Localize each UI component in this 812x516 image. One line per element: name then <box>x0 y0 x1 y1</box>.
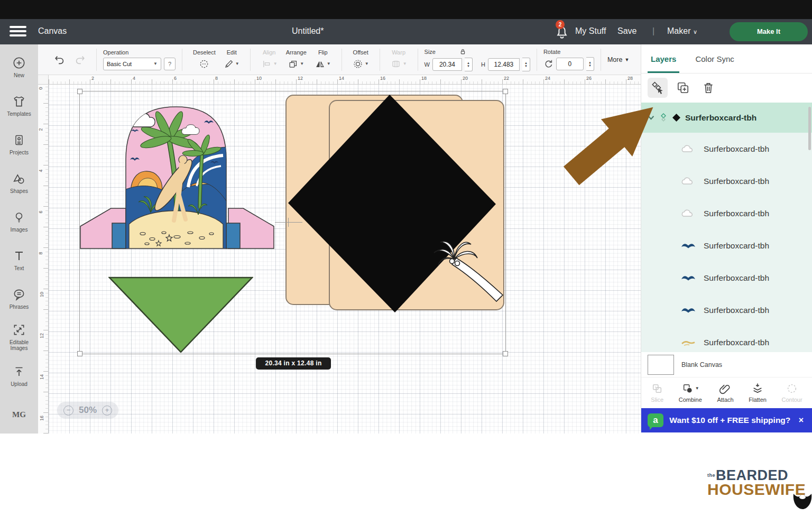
tab-color-sync[interactable]: Color Sync <box>695 44 734 73</box>
sidebar-item-upload[interactable]: Upload <box>0 356 38 395</box>
svg-text:MG: MG <box>12 410 26 419</box>
height-stepper[interactable]: ▲▼ <box>522 58 530 71</box>
layers-panel: Layers Color Sync <box>641 44 812 432</box>
bird-layer-icon <box>680 305 696 316</box>
offset-button[interactable]: Offset ▼ <box>348 49 373 70</box>
size-tooltip: 20.34 in x 12.48 in <box>256 357 331 370</box>
layer-actions-bar: Slice▼CombineAttachFlattenContour <box>641 377 812 407</box>
text-icon <box>13 249 25 263</box>
templates-icon <box>12 95 26 108</box>
editable-icon <box>12 323 26 337</box>
slice-button[interactable]: Slice <box>651 382 663 403</box>
width-label: W <box>425 61 430 68</box>
layer-row[interactable]: Surferboxcard-tbh <box>641 262 812 294</box>
operation-label: Operation <box>103 49 176 56</box>
design-sidebar: NewTemplatesProjectsShapesImagesTextPhra… <box>0 44 38 434</box>
panel-scrollbar[interactable] <box>808 107 811 150</box>
layer-group-row[interactable]: Surferboxcard-tbh <box>641 103 812 133</box>
sidebar-item-images[interactable]: Images <box>0 202 38 241</box>
layer-list: Surferboxcard-tbh Surferboxcard-tbhSurfe… <box>641 103 812 353</box>
window-top-strip <box>0 0 812 19</box>
notification-badge: 2 <box>556 20 565 29</box>
h-ruler-number: 28 <box>628 76 633 81</box>
arrange-button[interactable]: Arrange ▼ <box>282 49 311 70</box>
layer-row[interactable]: Surferboxcard-tbh <box>641 229 812 262</box>
layer-row[interactable]: Surferboxcard-tbh <box>641 326 812 353</box>
contour-button[interactable]: Contour <box>782 382 802 403</box>
contour-icon <box>786 382 798 395</box>
layer-row[interactable]: Surferboxcard-tbh <box>641 294 812 326</box>
design-canvas[interactable]: 20.34 in x 12.48 in − 50% + <box>49 85 641 434</box>
machine-selector[interactable]: Maker ∨ <box>667 26 697 36</box>
logo-the: the <box>707 473 715 478</box>
flatten-button[interactable]: Flatten <box>749 382 767 403</box>
deselect-button[interactable]: Deselect <box>189 49 220 70</box>
menu-icon[interactable] <box>10 26 26 38</box>
ungroup-button[interactable] <box>648 78 668 98</box>
zoom-out-button[interactable]: − <box>63 406 73 416</box>
operation-select[interactable]: Basic Cut▼ <box>103 58 161 70</box>
undo-button[interactable] <box>50 54 70 66</box>
nav-divider: | <box>652 26 654 36</box>
operation-help-button[interactable]: ? <box>164 58 176 70</box>
rotate-icon <box>543 59 553 69</box>
sidebar-item-monogram[interactable]: MG <box>0 395 38 434</box>
cricut-design-space-app: Canvas Untitled* 2 My Stuff Save | Maker… <box>0 0 812 516</box>
rotate-stepper[interactable]: ▲▼ <box>586 57 594 71</box>
v-ruler-number: 8 <box>38 252 43 254</box>
sidebar-item-editable-images[interactable]: Editable Images <box>0 318 38 356</box>
sidebar-item-phrases[interactable]: Phrases <box>0 279 38 318</box>
delete-button[interactable] <box>698 78 718 98</box>
attach-button[interactable]: Attach <box>717 382 733 403</box>
h-ruler-number: 22 <box>504 76 509 81</box>
layer-row[interactable]: Surferboxcard-tbh <box>641 165 812 197</box>
edit-button[interactable]: Edit ▼ <box>220 49 244 70</box>
sidebar-item-projects[interactable]: Projects <box>0 125 38 163</box>
more-button[interactable]: More▼ <box>607 56 629 63</box>
monogram-icon: MG <box>12 408 26 421</box>
close-icon[interactable]: × <box>797 416 806 425</box>
zoom-in-button[interactable]: + <box>102 406 112 416</box>
promo-text: Want $10 off + FREE shipping? <box>663 416 797 425</box>
vertical-ruler: 0246810121416 <box>38 85 49 434</box>
h-ruler-number: 2 <box>91 76 94 81</box>
tab-layers[interactable]: Layers <box>651 44 676 73</box>
redo-button[interactable] <box>70 54 90 66</box>
make-it-button[interactable]: Make It <box>730 22 808 41</box>
h-ruler-number: 12 <box>298 76 303 81</box>
selection-bounding-box[interactable] <box>79 91 506 354</box>
selection-handle-bottom-left[interactable] <box>77 351 82 356</box>
zoom-control: − 50% + <box>57 402 118 419</box>
selection-handle-top-left[interactable] <box>77 89 82 94</box>
sidebar-item-text[interactable]: Text <box>0 241 38 279</box>
warp-button[interactable]: Warp ▼ <box>386 49 411 70</box>
sidebar-item-shapes[interactable]: Shapes <box>0 163 38 202</box>
align-button[interactable]: Align ▼ <box>257 49 282 70</box>
ruler-corner <box>38 75 49 85</box>
promo-banner[interactable]: a Want $10 off + FREE shipping? × <box>641 408 812 432</box>
height-input[interactable]: 12.483 <box>488 58 520 71</box>
sidebar-item-templates[interactable]: Templates <box>0 86 38 125</box>
v-ruler-number: 6 <box>38 210 43 213</box>
operation-group: Operation Basic Cut▼ ? <box>103 49 176 70</box>
combine-button[interactable]: ▼Combine <box>679 382 702 403</box>
blank-canvas-row[interactable]: Blank Canvas <box>641 352 812 377</box>
my-stuff-link[interactable]: My Stuff <box>575 26 606 36</box>
zoom-level: 50% <box>79 405 97 416</box>
save-link[interactable]: Save <box>617 26 636 36</box>
promo-badge-icon: a <box>648 413 663 427</box>
layer-row[interactable]: Surferboxcard-tbh <box>641 197 812 229</box>
width-input[interactable]: 20.34 <box>432 58 462 71</box>
flip-button[interactable]: Flip ▼ <box>311 49 335 70</box>
cloud-layer-icon <box>680 176 696 187</box>
height-label: H <box>481 61 485 68</box>
selection-handle-bottom-right[interactable] <box>503 351 508 356</box>
selection-handle-top-right[interactable] <box>503 89 508 94</box>
width-stepper[interactable]: ▲▼ <box>465 58 473 71</box>
sidebar-item-new[interactable]: New <box>0 48 38 86</box>
rotate-input[interactable]: 0 <box>556 58 584 70</box>
layer-row[interactable]: Surferboxcard-tbh <box>641 133 812 165</box>
document-title[interactable]: Untitled* <box>292 26 324 36</box>
duplicate-button[interactable] <box>673 78 693 98</box>
new-icon <box>12 56 26 70</box>
